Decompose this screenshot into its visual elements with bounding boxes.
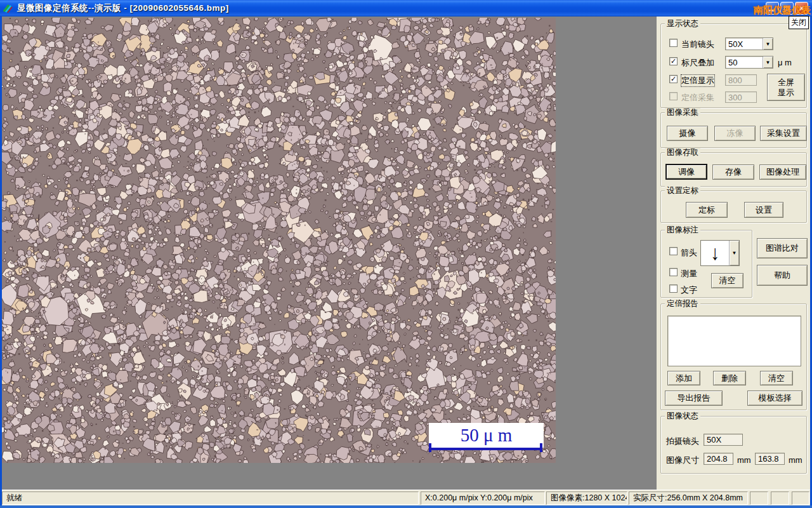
checkbox-fixed-display[interactable]: ✓ [669,75,678,83]
fixed-capture-value-field: 300 [725,91,757,103]
atlas-compare-button[interactable]: 图谱比对 [757,238,808,258]
group-display-status: 显示状态 当前镜头 50X ▼ ✓ 标尺叠加 50 ▼ μ m ✓ 定倍显示 8… [660,23,807,108]
fullscreen-button[interactable]: 全屏 显示 [767,74,805,101]
close-icon: × [799,4,804,13]
report-delete-button[interactable]: 删除 [713,371,746,385]
group-image-status: 图像状态 拍摄镜头 50X 图像尺寸 204.8 mm 163.8 mm [660,416,807,474]
chevron-down-icon[interactable]: ▼ [729,241,739,265]
microscope-image[interactable] [2,18,556,463]
report-clear-button[interactable]: 清空 [760,371,793,385]
checkbox-fixed-capture-label: 定倍采集 [681,92,714,104]
group-display-status-label: 显示状态 [665,19,700,28]
export-report-button[interactable]: 导出报告 [665,391,723,406]
image-width-field: 204.8 [704,453,733,465]
chevron-down-icon[interactable]: ▼ [763,57,773,68]
restore-button[interactable] [780,2,794,15]
status-spare-3 [792,491,809,505]
scalebar-line [431,448,542,450]
status-spare-2 [771,491,789,505]
checkbox-text[interactable] [669,284,678,293]
save-image-button[interactable]: 存像 [712,164,754,180]
width-unit-label: mm [737,455,751,465]
group-storage: 图像存取 调像 存像 图像处理 [660,152,807,187]
group-capture: 图像采集 摄像 冻像 采集设置 [660,112,807,148]
group-storage-label: 图像存取 [665,148,700,157]
scalebar-tick-right [540,443,542,452]
status-pixel-scale: X:0.200μ m/pix Y:0.200μ m/pix [421,491,545,505]
group-capture-label: 图像采集 [665,108,700,117]
chevron-down-icon[interactable]: ▼ [763,38,773,50]
status-bar: 就绪 X:0.200μ m/pix Y:0.200μ m/pix 图像像素:12… [2,490,810,505]
height-unit-label: mm [789,455,802,465]
minimize-button[interactable] [766,2,779,15]
status-ready: 就绪 [2,491,419,505]
group-annotation-label: 图像标注 [665,225,700,234]
checkbox-fixed-display-label: 定倍显示 [681,75,714,86]
checkbox-current-lens-label: 当前镜头 [681,39,714,50]
lens-value-field: 50X [704,434,743,446]
window-border-left [0,17,2,508]
image-process-button[interactable]: 图像处理 [759,164,806,180]
checkbox-fixed-capture [669,92,678,100]
capture-settings-button[interactable]: 采集设置 [760,126,807,141]
group-image-status-label: 图像状态 [665,411,700,420]
control-panel: 显示状态 当前镜头 50X ▼ ✓ 标尺叠加 50 ▼ μ m ✓ 定倍显示 8… [657,17,810,490]
template-select-button[interactable]: 模板选择 [747,391,802,406]
window-border-bottom [0,505,812,508]
capture-button[interactable]: 摄像 [667,126,708,141]
checkbox-scale-overlay-label: 标尺叠加 [681,57,714,69]
dropdown-scale-value[interactable]: 50 ▼ [725,56,773,69]
window-title: 显微图像定倍系统--演示版 - [20090602055646.bmp] [17,3,229,14]
scalebar-label: 50 μ m [461,425,513,446]
report-listbox[interactable] [667,316,801,366]
clear-annotation-button[interactable]: 清空 [711,273,743,288]
checkbox-arrow-label: 箭头 [681,247,697,258]
help-button[interactable]: 帮助 [757,265,808,286]
group-calibration: 设置定标 定标 设置 [660,190,807,223]
checkbox-measure[interactable] [669,268,678,276]
status-actual-size: 实际尺寸:256.0mm X 204.8mm [629,491,748,505]
lens-label: 拍摄镜头 [666,436,699,447]
fixed-display-value-field: 800 [725,74,757,86]
checkbox-current-lens[interactable] [669,39,678,47]
status-spare-1 [750,491,768,505]
scalebar-tick-left [429,443,431,452]
report-add-button[interactable]: 添加 [667,371,700,385]
dropdown-current-lens[interactable]: 50X ▼ [725,37,773,50]
close-button[interactable]: × [795,2,808,15]
image-size-label: 图像尺寸 [666,455,699,466]
group-report: 定倍报告 添加 删除 清空 导出报告 模板选择 [660,304,807,410]
close-tooltip: 关闭 [789,16,809,29]
image-viewport: 50 μ m [2,17,657,490]
group-annotation: 图像标注 箭头 测量 文字 ↓ ▼ 清空 [660,230,752,298]
status-image-pixels: 图像像素:1280 X 1024 [546,491,627,505]
checkbox-measure-label: 测量 [681,268,697,279]
calibration-settings-button[interactable]: 设置 [744,202,783,218]
freeze-button: 冻像 [714,126,756,141]
group-calibration-label: 设置定标 [665,186,700,195]
load-image-button[interactable]: 调像 [665,164,707,180]
group-report-label: 定倍报告 [665,299,700,308]
scalebar-overlay: 50 μ m [429,423,544,448]
arrow-style-combo[interactable]: ↓ ▼ [700,240,740,266]
titlebar[interactable]: 显微图像定倍系统--演示版 - [20090602055646.bmp] × [0,0,812,17]
checkbox-scale-overlay[interactable]: ✓ [669,57,678,65]
down-arrow-icon: ↓ [710,243,719,263]
app-icon [3,3,14,14]
checkbox-text-label: 文字 [681,284,697,296]
scale-unit-label: μ m [778,58,792,67]
restore-icon [784,6,790,11]
checkbox-arrow[interactable] [669,247,678,255]
minimize-icon [769,10,775,11]
calibrate-button[interactable]: 定标 [686,202,728,218]
image-height-field: 163.8 [755,453,785,465]
